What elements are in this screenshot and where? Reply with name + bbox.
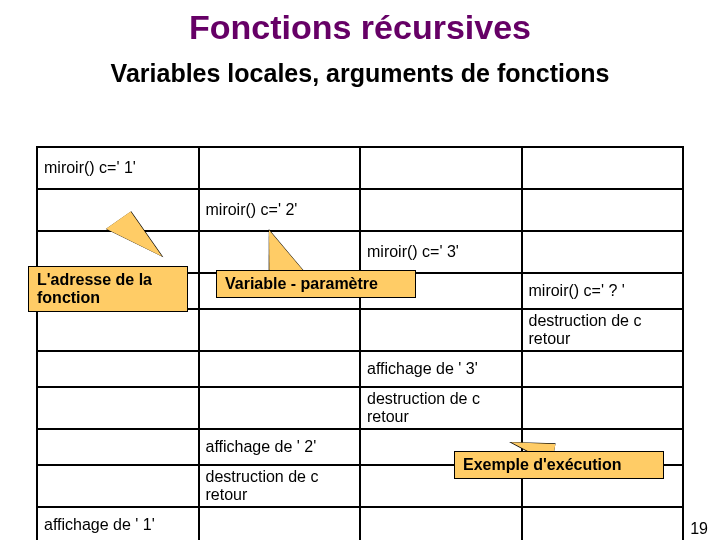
cell: miroir() c=' 1' xyxy=(37,147,199,189)
cell: affichage de ' 3' xyxy=(360,351,522,387)
cell xyxy=(360,507,522,540)
cell xyxy=(37,429,199,465)
cell xyxy=(37,465,199,507)
cell: destruction de c retour xyxy=(199,465,361,507)
cell xyxy=(37,351,199,387)
cell xyxy=(522,231,684,273)
slide-subtitle: Variables locales, arguments de fonction… xyxy=(0,59,720,88)
cell xyxy=(199,351,361,387)
cell xyxy=(522,189,684,231)
cell xyxy=(522,387,684,429)
table-row: destruction de c retour xyxy=(37,309,683,351)
execution-table: miroir() c=' 1' miroir() c=' 2' miroir()… xyxy=(36,146,684,540)
callout-example: Exemple d'exécution xyxy=(454,451,664,479)
cell xyxy=(360,189,522,231)
callout-variable: Variable - paramètre xyxy=(216,270,416,298)
cell xyxy=(199,309,361,351)
cell xyxy=(522,147,684,189)
cell: destruction de c retour xyxy=(522,309,684,351)
slide: Fonctions récursives Variables locales, … xyxy=(0,8,720,540)
slide-title: Fonctions récursives xyxy=(0,8,720,47)
callout-address: L'adresse de la fonction xyxy=(28,266,188,312)
cell xyxy=(199,387,361,429)
table-row: miroir() c=' 1' xyxy=(37,147,683,189)
cell xyxy=(37,387,199,429)
cell: affichage de ' 1' xyxy=(37,507,199,540)
cell xyxy=(360,147,522,189)
cell: miroir() c=' ? ' xyxy=(522,273,684,309)
cell xyxy=(199,507,361,540)
table-row: affichage de ' 3' xyxy=(37,351,683,387)
table-row: affichage de ' 1' xyxy=(37,507,683,540)
cell xyxy=(522,507,684,540)
cell: destruction de c retour xyxy=(360,387,522,429)
cell xyxy=(522,351,684,387)
cell: affichage de ' 2' xyxy=(199,429,361,465)
cell xyxy=(360,309,522,351)
cell: miroir() c=' 2' xyxy=(199,189,361,231)
table-row: destruction de c retour xyxy=(37,387,683,429)
cell xyxy=(199,147,361,189)
page-number: 19 xyxy=(690,520,708,538)
cell: miroir() c=' 3' xyxy=(360,231,522,273)
cell xyxy=(37,309,199,351)
